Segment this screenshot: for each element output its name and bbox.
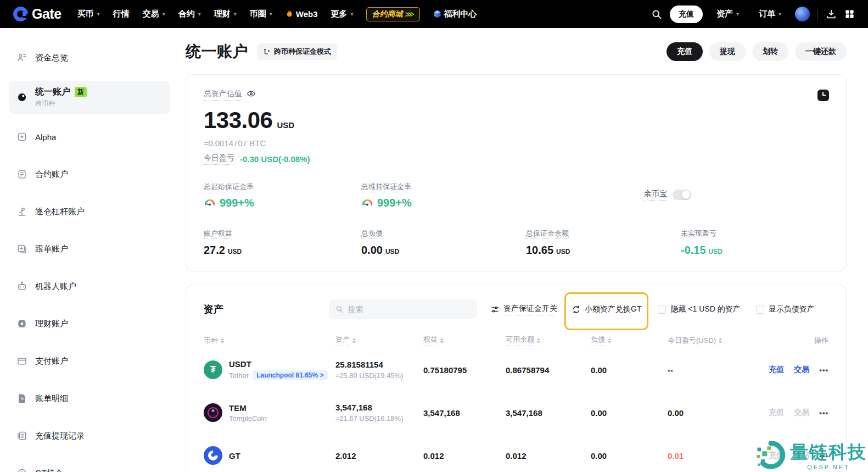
sidebar-item-futures-account[interactable]: 合约账户 <box>16 163 165 185</box>
mode-icon <box>263 48 271 55</box>
isolated-margin-icon <box>16 206 27 217</box>
alpha-icon <box>16 131 27 142</box>
withdraw-button[interactable]: 提现 <box>709 42 746 61</box>
initial-margin-value: 999+% <box>220 197 254 209</box>
sidebar-item-deposit-withdraw-history[interactable]: 充值提现记录 <box>16 425 165 447</box>
nav-item-futures[interactable]: 合约 <box>172 9 207 19</box>
deposit-action[interactable]: 充值 <box>769 365 784 375</box>
initial-margin-block: 总起始保证金率 999+% <box>204 181 361 209</box>
hide-small-assets-checkbox[interactable]: 隐藏 <1 USD 的资产 <box>658 304 740 314</box>
futures-account-icon <box>16 169 27 180</box>
gate-logo[interactable]: Gate <box>13 6 61 22</box>
column-available[interactable]: 可用余额 <box>506 335 591 346</box>
transfer-button[interactable]: 划转 <box>752 42 788 61</box>
more-actions-icon[interactable] <box>819 366 828 374</box>
stat-margin-balance: 总保证金余额 10.65USD <box>526 228 681 257</box>
sidebar-item-bot-account[interactable]: 机器人账户 <box>16 275 165 297</box>
bill-details-icon <box>16 393 27 404</box>
tem-coin-icon <box>204 403 222 422</box>
nav-item-welfare-center[interactable]: 福利中心 <box>427 9 483 19</box>
nav-item-assets[interactable]: 资产 <box>710 9 745 19</box>
nav-item-orders[interactable]: 订单 <box>753 9 787 19</box>
trade-action[interactable]: 交易 <box>794 365 809 375</box>
download-app-icon[interactable] <box>826 9 837 20</box>
sidebar-item-isolated-margin-account[interactable]: 逐仓杠杆账户 <box>16 201 165 223</box>
nav-item-earn[interactable]: 理财 <box>208 9 243 19</box>
sidebar-item-copy-trading-account[interactable]: 跟单账户 <box>16 238 165 260</box>
avatar[interactable] <box>795 7 810 21</box>
margin-switch-control[interactable]: 资产保证金开关 <box>490 304 557 315</box>
nav-deposit-button[interactable]: 充值 <box>670 5 703 23</box>
assets-title: 资产 <box>204 303 223 316</box>
search-icon[interactable] <box>651 9 662 20</box>
total-asset-unit: USD <box>277 120 294 130</box>
sidebar-item-payment-account[interactable]: 支付账户 <box>16 350 165 372</box>
search-box[interactable] <box>329 299 477 319</box>
bot-account-icon <box>16 281 27 292</box>
sidebar-item-unified-account[interactable]: 统一账户 新 跨币种 <box>9 81 170 114</box>
convert-icon <box>572 305 581 314</box>
more-actions-icon[interactable] <box>819 452 828 460</box>
assets-table-header: 币种 资产 权益 可用余额 负债 今日盈亏(USD) 操作 <box>204 335 828 346</box>
total-asset-label: 总资产估值 <box>204 89 242 101</box>
sidebar-item-subtitle: 跨币种 <box>35 99 87 108</box>
yubibao-label: 余币宝 <box>644 189 667 201</box>
nav-item-markets[interactable]: 行情 <box>107 9 136 19</box>
today-pnl-value: -0.30 USD(-0.08%) <box>240 154 310 164</box>
sidebar-item-bill-details[interactable]: 账单明细 <box>16 387 165 409</box>
sidebar-item-alpha[interactable]: Alpha <box>16 126 165 148</box>
gift-cube-icon <box>433 9 442 19</box>
assets-search-input[interactable] <box>348 305 471 314</box>
maintenance-margin-value: 999+% <box>377 197 412 209</box>
futures-mall-badge[interactable]: 合约商城 <box>366 7 420 21</box>
history-icon[interactable] <box>817 89 830 104</box>
search-icon <box>335 305 344 314</box>
nav-divider <box>817 9 818 20</box>
deposit-action-disabled: 充值 <box>769 408 784 418</box>
gt-coin-icon <box>204 446 222 465</box>
page-title: 统一账户 <box>186 41 248 62</box>
stat-unrealized-pnl: 未实现盈亏 -0.15USD <box>681 228 828 257</box>
table-row-gt: GT 2.012 0.012 0.012 0.00 0.01 充值 交易 <box>204 436 828 472</box>
margin-switch-icon <box>490 305 500 314</box>
trade-action-disabled: 交易 <box>794 408 809 418</box>
gate-logo-text: Gate <box>32 6 61 22</box>
sidebar: 资金总览 统一账户 新 跨币种 Alpha 合约账户 逐仓杠杆账户 <box>0 28 175 472</box>
eye-icon[interactable] <box>247 89 256 101</box>
column-today-pnl[interactable]: 今日盈亏(USD) <box>668 336 750 346</box>
usdt-coin-icon: ₮ <box>204 360 222 379</box>
total-asset-value: 133.06 <box>204 107 272 134</box>
column-debt[interactable]: 负债 <box>591 335 668 346</box>
sidebar-item-gt-holdings[interactable]: GT持仓 <box>16 462 165 472</box>
nav-item-buy-crypto[interactable]: 买币 <box>71 9 106 19</box>
yubibao-toggle[interactable] <box>673 190 691 200</box>
gauge-icon <box>361 197 373 209</box>
launchpool-tag[interactable]: Launchpool 81.65% > <box>253 370 327 380</box>
nav-right-group: 充值 资产 订单 <box>651 5 855 23</box>
nav-item-square[interactable]: 币圈 <box>244 9 278 19</box>
top-nav: Gate 买币 行情 交易 合约 理财 币圈 Web3 更多 合约商城 福利中心… <box>0 0 868 28</box>
convert-small-assets-control[interactable]: 小额资产兑换GT <box>572 304 641 314</box>
column-assets[interactable]: 资产 <box>335 335 423 346</box>
more-actions-icon[interactable] <box>819 409 828 417</box>
assets-card: 资产 资产保证金开关 小额资产兑换GT 隐藏 <1 USD 的资产 <box>186 285 847 472</box>
sidebar-item-earn-account[interactable]: 理财账户 <box>16 313 165 335</box>
apps-grid-icon[interactable] <box>844 9 855 19</box>
nav-item-web3[interactable]: Web3 <box>279 9 324 19</box>
deposit-button[interactable]: 充值 <box>667 42 703 61</box>
one-click-repay-button[interactable]: 一键还款 <box>795 42 847 61</box>
unified-account-icon <box>16 92 27 103</box>
sidebar-item-funds-overview[interactable]: 资金总览 <box>16 47 165 69</box>
yubibao-block: 余币宝 <box>644 189 828 201</box>
show-debt-assets-checkbox[interactable]: 显示负债资产 <box>756 304 815 314</box>
nav-item-more[interactable]: 更多 <box>324 9 359 19</box>
margin-mode-badge[interactable]: 跨币种保证金模式 <box>257 43 337 60</box>
nav-item-trade[interactable]: 交易 <box>137 9 171 19</box>
gauge-icon <box>204 197 216 209</box>
payment-account-icon <box>16 356 27 367</box>
stat-total-debt: 总负债 0.00USD <box>361 228 526 257</box>
table-row-usdt: ₮ USDT Tether Launchpool 81.65% > 25.815… <box>204 351 828 389</box>
column-equity[interactable]: 权益 <box>423 335 506 346</box>
overview-card: 总资产估值 133.06 USD ≈0.0014707 BTC 今日盈亏 -0.… <box>186 74 847 271</box>
column-coin[interactable]: 币种 <box>204 336 335 346</box>
